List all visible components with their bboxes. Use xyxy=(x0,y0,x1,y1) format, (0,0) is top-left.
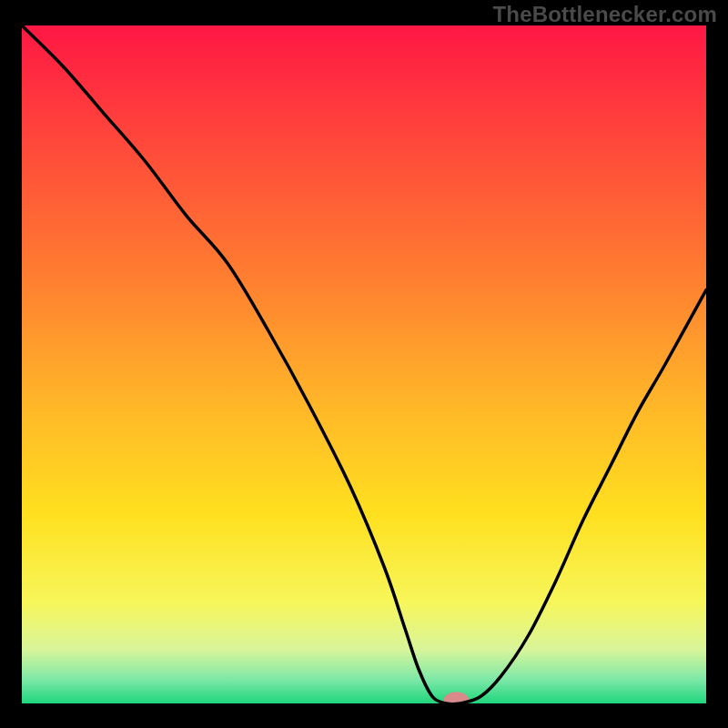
chart-container: TheBottlenecker.com xyxy=(0,0,728,728)
plot-area xyxy=(22,25,706,703)
gradient-background xyxy=(22,25,706,703)
watermark-text: TheBottlenecker.com xyxy=(492,2,717,27)
bottleneck-chart xyxy=(22,25,706,703)
